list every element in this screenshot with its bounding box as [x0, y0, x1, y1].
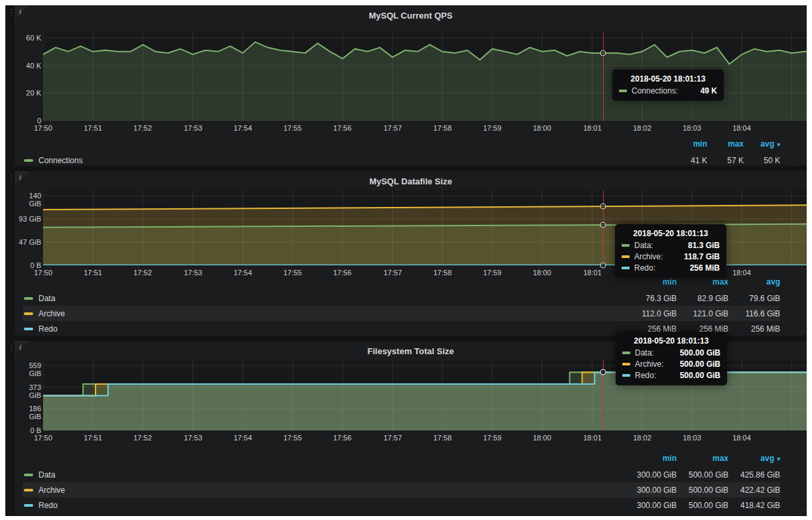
legend-row: Archive300.00 GiB500.00 GiB422.42 GiB [23, 482, 780, 497]
crosshair-marker [600, 50, 606, 56]
crosshair-marker [600, 222, 606, 228]
info-icon[interactable]: i [19, 343, 21, 351]
tooltip-qps: 2018-05-20 18:01:13Connections:49 K [612, 70, 724, 101]
x-axis-label: 17:52 [133, 269, 152, 277]
legend-rows: Connections41 K57 K50 K [23, 153, 780, 168]
legend-header-max[interactable]: max [677, 454, 728, 463]
tooltip-swatch-icon [622, 374, 630, 377]
crosshair-marker [600, 263, 606, 269]
legend-header-min[interactable]: min [671, 139, 707, 149]
x-axis-label: 18:02 [633, 124, 651, 132]
x-axis-label: 17:56 [333, 269, 352, 277]
panel-title[interactable]: MySQL Datafile Size [15, 176, 807, 186]
tooltip-value: 81.3 GiB [679, 241, 720, 250]
x-axis-label: 18:01 [583, 269, 602, 277]
legend-header-min[interactable]: min [625, 454, 677, 463]
panel-title[interactable]: MySQL Current QPS [15, 11, 807, 21]
crosshair-marker [600, 369, 606, 375]
legend-series-name: Redo [38, 501, 58, 510]
x-axis-label: 17:53 [184, 124, 202, 132]
legend-header-min[interactable]: min [625, 277, 677, 287]
crosshair-line [603, 190, 604, 265]
legend-series-toggle[interactable]: Archive [23, 309, 625, 318]
legend-series-toggle[interactable]: Data [23, 294, 625, 303]
tooltip-time: 2018-05-20 18:01:13 [622, 336, 720, 346]
resize-grip-icon[interactable]: ⋰ [799, 159, 805, 166]
legend-min-value: 300.00 GiB [625, 470, 677, 480]
legend-header-avg[interactable]: avg [728, 277, 780, 287]
resize-grip-icon[interactable]: ⋰ [799, 329, 805, 336]
legend-series-name: Archive [38, 309, 65, 318]
legend-header-max[interactable]: max [677, 277, 728, 287]
legend-max-value: 500.00 GiB [677, 501, 728, 510]
x-axis-label: 18:04 [732, 269, 751, 277]
legend-avg-value: 79.6 GiB [728, 294, 780, 303]
legend-series-toggle[interactable]: Archive [23, 486, 625, 495]
legend-max-value: 121.0 GiB [677, 309, 728, 318]
panel-corner-tab [15, 171, 29, 186]
x-axis-label: 17:55 [283, 269, 302, 277]
tooltip-series-label: Archive: [634, 252, 663, 261]
legend: minmaxavg ▾Connections41 K57 K50 K [23, 138, 780, 168]
legend-series-toggle[interactable]: Connections [23, 156, 671, 165]
x-axis-label: 17:54 [234, 269, 252, 277]
tooltip-value: 500.00 GiB [671, 359, 720, 369]
row-drag-handle[interactable]: ⋮ [5, 171, 15, 336]
y-axis-label: 47 GiB [16, 238, 41, 246]
legend-row: Data300.00 GiB500.00 GiB425.86 GiB [23, 467, 780, 482]
tooltip-row: Redo:256 MiB [622, 263, 720, 273]
legend-series-toggle[interactable]: Redo [23, 501, 625, 510]
x-axis-label: 17:56 [333, 124, 352, 132]
x-axis-label: 18:04 [732, 124, 751, 132]
legend-header-max[interactable]: max [707, 139, 744, 149]
x-axis-label: 17:58 [433, 434, 452, 442]
info-icon[interactable]: i [19, 7, 21, 15]
legend-header-avg[interactable]: avg ▾ [728, 454, 780, 463]
x-axis-label: 17:59 [483, 124, 502, 132]
legend-header-avg[interactable]: avg ▾ [744, 139, 780, 149]
legend-series-name: Archive [38, 486, 65, 495]
tooltip-row: Data:81.3 GiB [622, 241, 720, 250]
tooltip-row: Data:500.00 GiB [622, 348, 720, 358]
legend-series-name: Redo [38, 324, 58, 334]
legend-swatch-icon [24, 312, 33, 315]
legend-row: Connections41 K57 K50 K [23, 153, 780, 168]
tooltip-value: 49 K [691, 86, 717, 96]
legend-swatch-icon [24, 297, 33, 300]
tooltip-row: Archive:118.7 GiB [622, 252, 720, 261]
x-axis-label: 18:00 [533, 434, 551, 442]
legend-max-value: 500.00 GiB [677, 470, 728, 480]
legend-min-value: 41 K [671, 156, 707, 165]
tooltip-swatch-icon [622, 255, 630, 258]
legend-min-value: 300.00 GiB [625, 486, 677, 495]
resize-grip-icon[interactable]: ⋰ [799, 508, 805, 515]
legend-series-name: Connections [38, 156, 83, 165]
legend-avg-value: 256 MiB [728, 324, 780, 334]
sort-caret-icon: ▾ [776, 141, 780, 148]
legend-swatch-icon [24, 489, 33, 491]
legend-swatch-icon [24, 474, 33, 476]
x-axis-label: 18:04 [732, 434, 751, 442]
tooltip-value: 118.7 GiB [675, 252, 720, 261]
legend-series-toggle[interactable]: Redo [23, 324, 625, 334]
info-icon[interactable]: i [19, 173, 21, 181]
legend-avg-value: 422.42 GiB [728, 486, 780, 495]
row-drag-handle[interactable]: ⋮ [5, 5, 15, 166]
legend-series-name: Data [38, 470, 55, 480]
x-axis-label: 17:56 [333, 434, 352, 442]
tooltip-value: 256 MiB [681, 263, 720, 273]
legend-swatch-icon [24, 159, 33, 162]
legend-rows: Data76.3 GiB82.9 GiB79.6 GiBArchive112.0… [23, 291, 780, 336]
tooltip-series-label: Archive: [635, 359, 663, 369]
x-axis-label: 18:00 [533, 269, 551, 277]
tooltip-series-label: Data: [635, 348, 654, 358]
tooltip-row: Archive:500.00 GiB [622, 359, 720, 369]
x-axis-label: 17:59 [483, 434, 502, 442]
x-axis-label: 17:55 [283, 434, 302, 442]
row-drag-handle[interactable]: ⋮ [5, 341, 15, 515]
x-axis-label: 17:53 [184, 269, 202, 277]
x-axis-label: 17:57 [383, 269, 402, 277]
tooltip-series-label: Redo: [635, 371, 656, 380]
legend-series-toggle[interactable]: Data [23, 470, 625, 480]
sort-caret-icon: ▾ [776, 456, 780, 462]
